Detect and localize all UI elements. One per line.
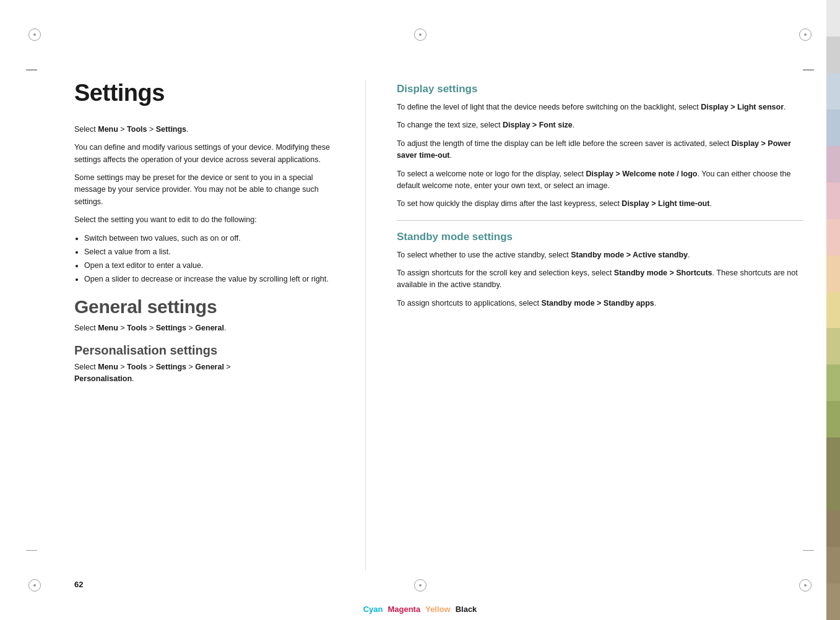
color-tab [826, 183, 840, 219]
bottom-color-strip: Cyan Magenta Yellow Black [361, 605, 480, 614]
display-font-size-link: Display > Font size [503, 121, 573, 129]
standby-para1: To select whether to use the active stan… [397, 249, 803, 261]
color-tab [826, 0, 840, 37]
color-tab [826, 401, 840, 437]
color-tab [826, 292, 840, 329]
page-number: 62 [74, 580, 83, 589]
display-para3: To adjust the length of time the display… [397, 138, 803, 162]
tools-link: Tools [127, 125, 147, 134]
color-tab [826, 256, 840, 292]
page-title: Settings [74, 80, 334, 106]
bullet-list: Switch between two values, such as on or… [84, 232, 334, 285]
personalisation-line: Select Menu > Tools > Settings > General… [74, 361, 334, 385]
reg-mark-top-right [797, 26, 814, 43]
display-settings-heading: Display settings [397, 83, 803, 95]
para2: Some settings may be preset for the devi… [74, 172, 334, 208]
reg-mark-top-center [412, 26, 429, 43]
display-para4: To select a welcome note or logo for the… [397, 168, 803, 192]
intro-line: Select Menu > Tools > Settings. [74, 124, 334, 136]
menu-link: Menu [98, 125, 118, 134]
standby-para3: To assign shortcuts to applications, sel… [397, 298, 803, 309]
display-para1: To define the level of light that the de… [397, 101, 803, 113]
reg-line-right-top [803, 69, 814, 71]
column-divider [365, 80, 366, 570]
para1: You can define and modify various settin… [74, 142, 334, 166]
reg-mark-bottom-left [26, 577, 43, 594]
reg-mark-bottom-center [412, 577, 429, 594]
section-separator [397, 220, 803, 221]
standby-settings-heading: Standby mode settings [397, 231, 803, 243]
para3: Select the setting you want to edit to d… [74, 214, 334, 226]
display-welcome-note-link: Display > Welcome note / logo [586, 170, 697, 178]
bullet-item: Open a slider to decrease or increase th… [84, 273, 334, 285]
reg-mark-bottom-right [797, 577, 814, 594]
left-column: Settings Select Menu > Tools > Settings.… [74, 80, 334, 570]
display-light-timeout-link: Display > Light time-out [621, 199, 709, 208]
color-tab [826, 37, 840, 73]
color-tab [826, 73, 840, 110]
cyan-label: Cyan [361, 605, 386, 614]
color-tab [826, 146, 840, 183]
general-settings-line: Select Menu > Tools > Settings > General… [74, 322, 334, 334]
reg-mark-top-left [26, 26, 43, 43]
color-tab [826, 110, 840, 146]
right-column: Display settings To define the level of … [397, 80, 803, 570]
display-light-sensor-link: Display > Light sensor [701, 103, 784, 111]
bullet-item: Select a value from a list. [84, 246, 334, 258]
standby-para2: To assign shortcuts for the scroll key a… [397, 267, 803, 291]
color-tabs [826, 0, 840, 620]
yellow-label: Yellow [423, 605, 452, 614]
black-label: Black [453, 605, 480, 614]
reg-line-left-bottom [26, 550, 37, 551]
reg-line-right-bottom [803, 550, 814, 551]
color-tab [826, 547, 840, 583]
reg-line-left-top [26, 69, 37, 71]
personalisation-heading: Personalisation settings [74, 343, 334, 358]
magenta-label: Magenta [385, 605, 423, 614]
display-para5: To set how quickly the display dims afte… [397, 198, 803, 210]
color-tab [826, 437, 840, 474]
color-tab [826, 219, 840, 256]
color-tab [826, 328, 840, 364]
bullet-item: Open a text editor to enter a value. [84, 259, 334, 272]
standby-apps-link: Standby mode > Standby apps [541, 299, 654, 308]
standby-shortcuts-link: Standby mode > Shortcuts [614, 269, 712, 277]
settings-link: Settings [156, 125, 186, 134]
color-tab [826, 474, 840, 510]
bullet-item: Switch between two values, such as on or… [84, 232, 334, 244]
general-settings-heading: General settings [74, 296, 334, 317]
color-tab [826, 364, 840, 401]
display-para2: To change the text size, select Display … [397, 119, 803, 131]
color-tab [826, 583, 840, 620]
color-tab [826, 510, 840, 547]
standby-active-link: Standby mode > Active standby [571, 251, 688, 259]
